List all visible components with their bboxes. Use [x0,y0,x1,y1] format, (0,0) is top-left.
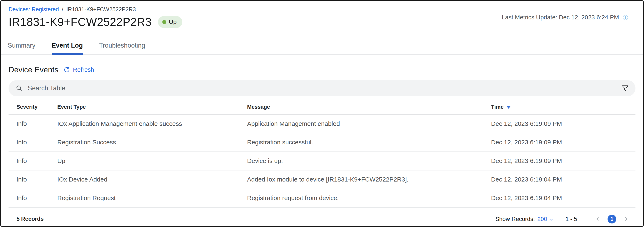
column-header-time[interactable]: Time [491,104,636,110]
next-page-button[interactable] [623,216,629,222]
page-header: Devices: Registered / IR1831-K9+FCW2522P… [1,1,643,28]
breadcrumb-current: IR1831-K9+FCW2522P2R3 [66,6,136,13]
sort-descending-icon [506,106,511,109]
cell-severity: Info [16,176,57,183]
cell-event-type: IOx Application Management enable succes… [57,120,247,127]
pagination-controls: Show Records: 200 1 - 5 1 [495,215,629,223]
cell-time: Dec 12, 2023 6:19:09 PM [491,139,636,146]
status-badge: Up [158,16,182,28]
cell-time: Dec 12, 2023 6:19:09 PM [491,157,636,164]
info-icon[interactable] [622,15,628,21]
refresh-icon [63,66,70,73]
cell-message: Application Management enabled [247,120,491,127]
search-icon [16,85,22,92]
column-header-event-type[interactable]: Event Type [57,104,247,110]
page-title: IR1831-K9+FCW2522P2R3 [8,16,152,28]
refresh-label: Refresh [73,66,94,73]
cell-severity: Info [16,139,57,146]
table-header-row: Severity Event Type Message Time [8,100,636,115]
search-input[interactable] [22,80,621,96]
pager: 1 [595,215,629,223]
tab-summary[interactable]: Summary [8,42,36,54]
table-row: Info Up Device is up. Dec 12, 2023 6:19:… [8,152,636,170]
breadcrumb-separator: / [62,6,64,13]
cell-time: Dec 12, 2023 6:19:09 PM [491,120,636,127]
cell-message: Registration successful. [247,139,491,146]
cell-event-type: Registration Success [57,139,247,146]
last-metrics-text: Last Metrics Update: Dec 12, 2023 6:24 P… [502,14,619,21]
last-metrics-update: Last Metrics Update: Dec 12, 2023 6:24 P… [502,14,628,21]
device-detail-page: Devices: Registered / IR1831-K9+FCW2522P… [0,0,644,227]
cell-severity: Info [16,194,57,201]
chevron-right-icon [623,216,629,222]
table-search-bar [8,80,636,96]
show-records-label: Show Records: [495,216,535,222]
cell-message: Device is up. [247,157,491,164]
filter-icon[interactable] [621,84,629,92]
show-records-dropdown[interactable]: Show Records: 200 [495,216,554,222]
refresh-button[interactable]: Refresh [63,66,94,73]
table-footer: 5 Records Show Records: 200 1 - 5 [1,207,643,227]
column-header-severity[interactable]: Severity [16,104,57,110]
cell-event-type: Registration Request [57,194,247,201]
cell-message: Added Iox module to device [IR1831-K9+FC… [247,176,491,183]
table-row: Info IOx Application Management enable s… [8,115,636,133]
tab-troubleshooting[interactable]: Troubleshooting [99,42,145,54]
records-count: 5 Records [16,216,44,222]
column-header-message[interactable]: Message [247,104,491,110]
tab-event-log[interactable]: Event Log [52,42,83,54]
cell-severity: Info [16,157,57,164]
status-dot-icon [162,20,166,24]
page-1-button[interactable]: 1 [608,215,616,223]
chevron-left-icon [595,216,600,222]
table-row: Info IOx Device Added Added Iox module t… [8,170,636,189]
cell-time: Dec 12, 2023 6:19:04 PM [491,176,636,183]
cell-message: Registration request from device. [247,194,491,201]
cell-severity: Info [16,120,57,127]
chevron-down-icon [548,217,554,222]
cell-event-type: IOx Device Added [57,176,247,183]
show-records-value: 200 [537,216,547,222]
table-row: Info Registration Request Registration r… [8,189,636,207]
previous-page-button[interactable] [595,216,600,222]
cell-time: Dec 12, 2023 6:19:04 PM [491,194,636,201]
section-title: Device Events [8,66,58,74]
breadcrumb: Devices: Registered / IR1831-K9+FCW2522P… [8,6,636,13]
breadcrumb-devices-registered-link[interactable]: Devices: Registered [8,6,59,13]
table-row: Info Registration Success Registration s… [8,133,636,152]
tab-bar: Summary Event Log Troubleshooting [1,42,643,55]
device-events-table: Severity Event Type Message Time Info IO… [8,100,636,207]
status-badge-label: Up [169,19,177,26]
cell-event-type: Up [57,157,247,164]
device-events-section-header: Device Events Refresh [8,66,636,74]
page-range: 1 - 5 [566,216,577,222]
